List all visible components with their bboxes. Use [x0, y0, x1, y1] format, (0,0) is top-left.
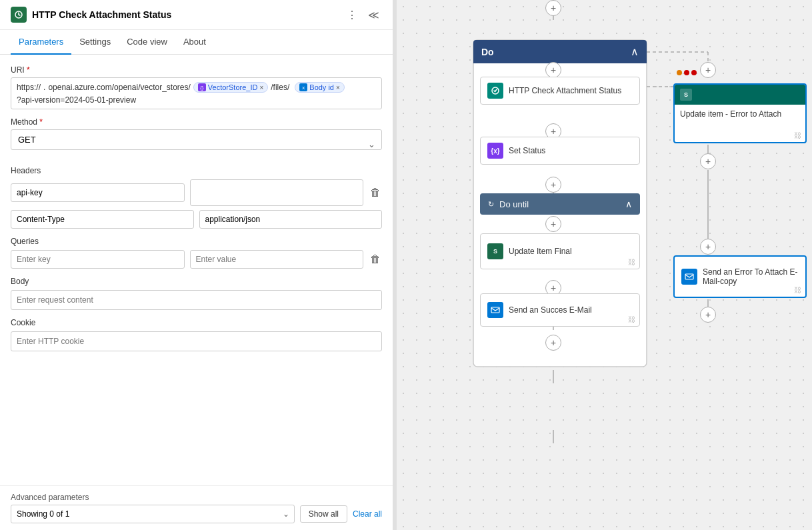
do-loop-chevron[interactable]: ∧ — [631, 45, 639, 58]
dot-red — [684, 70, 689, 75]
send-error-link-icon: ⛓ — [794, 286, 801, 294]
dot-orange — [677, 70, 682, 75]
http-check-label: HTTP Check Attachment Status — [509, 86, 621, 95]
query-key-wrapper — [11, 250, 185, 269]
update-item-error-node[interactable]: S Update item - Error to Attach ⛓ — [673, 83, 807, 143]
add-button-after-success[interactable]: + — [545, 335, 561, 351]
clear-all-button[interactable]: Clear all — [353, 509, 382, 519]
delete-query-button[interactable]: 🗑 — [369, 252, 382, 267]
header-value-1-wrapper — [190, 179, 364, 206]
advanced-row: Showing 0 of 1 Show all Clear all — [11, 505, 382, 523]
add-button-after-set[interactable]: + — [545, 177, 561, 193]
header-row-1: 🗑 — [11, 179, 382, 206]
tab-parameters[interactable]: Parameters — [11, 30, 71, 55]
bodyid-tag-close[interactable]: × — [336, 84, 340, 91]
uri-label: URI * — [11, 65, 382, 75]
panel-header-actions: ⋮ ≪ — [344, 7, 382, 23]
do-loop-label: Do — [481, 47, 494, 57]
uri-files: /files/ — [271, 83, 289, 92]
set-status-icon: {x} — [487, 143, 503, 159]
svg-rect-15 — [685, 274, 693, 279]
panel-header: HTTP Check Attachment Status ⋮ ≪ — [0, 0, 393, 30]
bodyid-tag[interactable]: x Body id × — [295, 82, 345, 93]
query-value-input[interactable] — [190, 250, 364, 269]
body-label: Body — [11, 277, 382, 286]
do-until-chevron[interactable]: ∧ — [625, 199, 632, 209]
do-until-label: Do until — [499, 199, 529, 209]
headers-label: Headers — [11, 166, 382, 175]
query-value-wrapper — [190, 250, 364, 269]
dot-red2 — [691, 70, 697, 75]
add-button-right-top[interactable]: + — [700, 62, 716, 78]
method-select-wrapper: GET POST PUT DELETE PATCH — [11, 129, 382, 158]
body-section — [11, 290, 382, 310]
uri-domain: openai.azure.com/openai/vector_stores/ — [48, 83, 190, 92]
method-label: Method * — [11, 117, 382, 127]
tab-settings[interactable]: Settings — [71, 30, 119, 55]
query-key-input[interactable] — [11, 250, 185, 269]
set-status-label: Set Status — [509, 146, 545, 155]
bodyid-tag-label: Body id — [309, 83, 334, 91]
show-all-button[interactable]: Show all — [300, 505, 347, 523]
panel-title: HTTP Check Attachment Status — [32, 9, 339, 20]
update-final-link-icon: ⛓ — [628, 258, 635, 266]
advanced-select[interactable]: Showing 0 of 1 — [11, 505, 295, 523]
uri-prefix: https:// — [17, 83, 41, 92]
query-row-1: 🗑 — [11, 250, 382, 269]
send-error-email-node[interactable]: Send an Error To Attach E-Mail-copy ⛓ — [673, 255, 807, 298]
send-success-label: Send an Succes E-Mail — [509, 305, 592, 315]
add-button-do-until-top[interactable]: + — [545, 216, 561, 232]
send-success-link-icon: ⛓ — [628, 315, 635, 323]
vectorstore-tag-label: VectorStore_ID — [208, 83, 258, 91]
uri-required: * — [27, 65, 30, 75]
dots-decoration — [677, 70, 697, 75]
tab-codeview[interactable]: Code view — [119, 30, 175, 55]
advanced-footer: Advanced parameters Showing 0 of 1 Show … — [0, 485, 393, 530]
add-button-below-error-email[interactable]: + — [700, 307, 716, 323]
do-until-header[interactable]: ↻ Do until ∧ — [480, 193, 640, 215]
method-required: * — [39, 117, 43, 127]
add-button-right-mid[interactable]: + — [700, 239, 716, 255]
collapse-button[interactable]: ≪ — [365, 7, 382, 23]
uri-dot: . — [43, 83, 45, 92]
http-check-icon — [487, 83, 503, 99]
add-button-below-error[interactable]: + — [700, 153, 716, 169]
body-input[interactable] — [11, 290, 382, 310]
method-select[interactable]: GET POST PUT DELETE PATCH — [11, 129, 382, 150]
cookie-input[interactable] — [11, 331, 382, 351]
send-success-icon — [487, 302, 503, 318]
vectorstore-tag[interactable]: {} VectorStore_ID × — [193, 82, 268, 93]
header-value-2[interactable] — [199, 210, 383, 229]
add-button-do-top[interactable]: + — [545, 62, 561, 78]
tag-icon-blue: x — [299, 83, 307, 91]
delete-header-1-button[interactable]: 🗑 — [369, 185, 382, 200]
update-item-error-header: S — [675, 85, 805, 105]
advanced-label: Advanced parameters — [11, 493, 382, 502]
adv-select-wrapper: Showing 0 of 1 — [11, 505, 295, 523]
header-key-2[interactable] — [11, 210, 194, 229]
update-item-error-label: Update item - Error to Attach — [680, 109, 781, 119]
panel-icon — [11, 7, 27, 23]
cookie-label: Cookie — [11, 318, 382, 327]
panel-content: URI * https:// . openai.azure.com/openai… — [0, 55, 393, 485]
header-row-2 — [11, 210, 382, 229]
cookie-section — [11, 331, 382, 351]
header-value-2-wrapper — [199, 210, 383, 229]
send-error-icon — [681, 269, 697, 285]
uri-input[interactable]: https:// . openai.azure.com/openai/vecto… — [11, 77, 382, 109]
tab-about[interactable]: About — [175, 30, 214, 55]
do-loop-header[interactable]: Do ∧ — [473, 40, 647, 63]
header-key-1[interactable] — [11, 183, 185, 202]
header-value-1[interactable] — [190, 179, 364, 206]
svg-rect-14 — [491, 307, 499, 313]
send-success-email-node[interactable]: Send an Succes E-Mail ⛓ — [480, 293, 640, 327]
more-options-button[interactable]: ⋮ — [344, 7, 360, 23]
header-key-2-wrapper — [11, 210, 194, 229]
add-button-top[interactable]: + — [545, 0, 561, 16]
vectorstore-tag-close[interactable]: × — [259, 84, 263, 91]
flow-diagram-panel: + Do ∧ + HTTP Check Attachment Status + … — [397, 0, 812, 530]
set-status-node[interactable]: {x} Set Status — [480, 137, 640, 165]
update-item-final-node[interactable]: S Update Item Final ⛓ — [480, 233, 640, 269]
http-check-node[interactable]: HTTP Check Attachment Status — [480, 77, 640, 105]
headers-section: 🗑 — [11, 179, 382, 229]
